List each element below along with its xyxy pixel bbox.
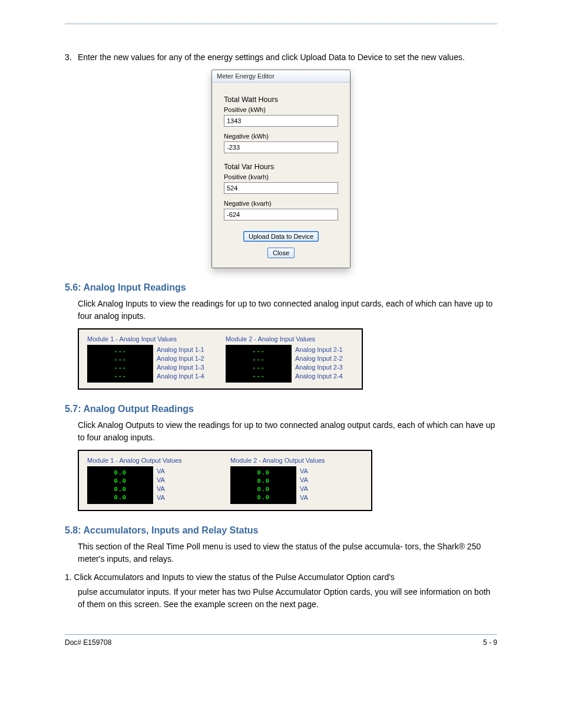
section-5-6-text: Click Analog Inputs to view the readings… — [78, 298, 497, 322]
output-unit: VA — [157, 493, 165, 502]
section-5-8-step1-cont: pulse accumulator inputs. If your meter … — [78, 586, 497, 611]
watt-pos-input[interactable] — [224, 115, 338, 127]
section-5-7-text: Click Analog Outputs to view the reading… — [78, 419, 497, 444]
output-unit: VA — [157, 466, 165, 475]
input-label: Analog Input 2-4 — [295, 371, 343, 380]
dialog-title: Meter Energy Editor — [212, 70, 350, 83]
close-button[interactable]: Close — [267, 248, 295, 258]
output-unit: VA — [300, 466, 308, 475]
outputs-lcd-1: 0.0 0.0 0.0 0.0 — [87, 466, 153, 504]
var-hours-heading: Total Var Hours — [224, 163, 338, 171]
step-line2: the new values. — [408, 52, 465, 62]
inputs-lcd-2: --- --- --- --- — [226, 345, 292, 383]
watt-neg-input[interactable] — [224, 141, 338, 153]
var-neg-input[interactable] — [224, 209, 338, 220]
outputs-col2-title: Module 2 - Analog Output Values — [230, 457, 363, 464]
input-label: Analog Input 2-3 — [295, 363, 343, 371]
output-unit: VA — [300, 493, 308, 502]
watt-neg-label: Negative (kWh) — [224, 133, 338, 140]
inputs-lcd-1: --- --- --- --- — [87, 345, 153, 383]
section-5-8-lead: This section of the Real Time Poll menu … — [78, 541, 497, 565]
section-5-7-heading: 5.7: Analog Output Readings — [65, 404, 497, 414]
page-footer: Doc# E159708 5 - 9 — [65, 638, 497, 647]
output-unit: VA — [157, 475, 165, 484]
var-pos-input[interactable] — [224, 182, 338, 194]
section-5-8-heading: 5.8: Accumulators, Inputs and Relay Stat… — [65, 525, 497, 536]
input-label: Analog Input 1-3 — [157, 363, 204, 371]
inputs-col1-title: Module 1 - Analog Input Values — [87, 335, 215, 342]
output-unit: VA — [300, 484, 308, 493]
outputs-lcd-2: 0.0 0.0 0.0 0.0 — [230, 466, 296, 504]
analog-outputs-panel: Module 1 - Analog Output Values 0.0 0.0 … — [78, 450, 372, 511]
step-text: 3. Enter the new values for any of the e… — [65, 51, 497, 64]
inputs-col2-title: Module 2 - Analog Input Values — [226, 335, 353, 342]
section-5-6-heading: 5.6: Analog Input Readings — [65, 282, 497, 293]
input-label: Analog Input 1-1 — [157, 345, 204, 354]
footer-page-no: 5 - 9 — [483, 638, 497, 647]
watt-hours-heading: Total Watt Hours — [224, 95, 338, 104]
output-unit: VA — [157, 484, 165, 493]
watt-pos-label: Positive (kWh) — [224, 106, 338, 113]
var-neg-label: Negative (kvarh) — [224, 200, 338, 207]
section-5-8-step1: 1. Click Accumulators and Inputs to view… — [65, 571, 497, 584]
outputs-col1-title: Module 1 - Analog Output Values — [87, 457, 220, 464]
output-unit: VA — [300, 475, 308, 484]
meter-energy-editor-dialog: Meter Energy Editor Total Watt Hours Pos… — [211, 70, 351, 268]
input-label: Analog Input 2-1 — [295, 345, 343, 354]
input-label: Analog Input 1-4 — [157, 371, 204, 380]
step-line1: Enter the new values for any of the ener… — [78, 52, 405, 62]
var-pos-label: Positive (kvarh) — [224, 173, 338, 180]
footer-doc-id: Doc# E159708 — [65, 638, 111, 647]
footer-rule — [65, 634, 497, 635]
upload-button[interactable]: Upload Data to Device — [243, 231, 319, 242]
input-label: Analog Input 1-2 — [157, 354, 204, 363]
input-label: Analog Input 2-2 — [295, 354, 343, 363]
analog-inputs-panel: Module 1 - Analog Input Values --- --- -… — [78, 328, 363, 390]
